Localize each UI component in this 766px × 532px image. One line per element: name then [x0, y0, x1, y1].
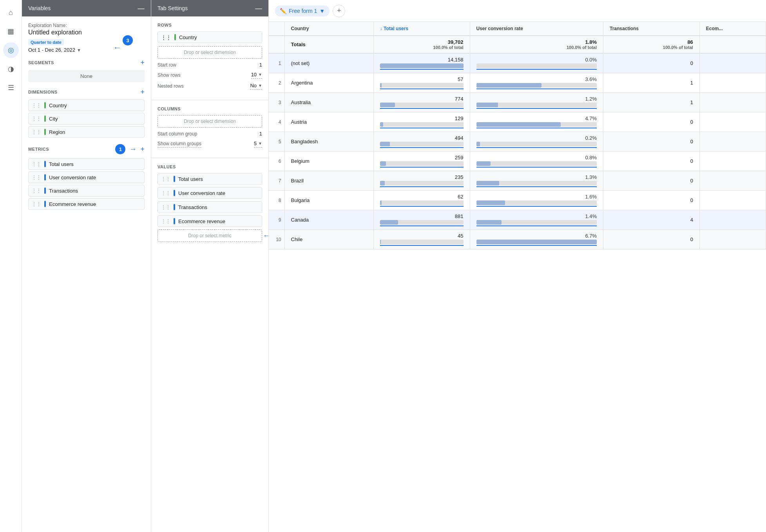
dimension-item[interactable]: ⋮⋮ City [28, 113, 145, 124]
reports-icon[interactable]: ☰ [3, 80, 19, 96]
exploration-name-label: Exploration Name: [28, 23, 145, 28]
columns-drop-zone[interactable]: Drop or select dimension [158, 115, 262, 128]
value-item-total-users[interactable]: ⋮⋮ Total users [158, 173, 262, 185]
drag-handle-icon: ⋮⋮ [32, 116, 41, 121]
table-row[interactable]: 9 Canada 881 1.4% [269, 210, 766, 230]
badge-1: 1 [115, 144, 125, 154]
tab-free-form-1[interactable]: ✏️ Free form 1 ▼ [275, 5, 330, 16]
start-row-value[interactable]: 1 [259, 62, 262, 68]
metric-item[interactable]: ⋮⋮ Ecommerce revenue [28, 198, 145, 210]
conversion-cell: 1.2% [470, 93, 603, 112]
date-value[interactable]: Oct 1 - Dec 26, 2022 ▼ [28, 47, 145, 53]
table-row[interactable]: 3 Australia 774 1.2% [269, 93, 766, 112]
show-rows-field: Show rows 10 ▼ [158, 72, 262, 79]
users-cell: 881 [373, 210, 470, 230]
table-header-transactions[interactable]: Transactions [603, 22, 700, 36]
rows-section: ROWS ⋮⋮ Country Drop or select dimension… [151, 16, 268, 100]
ecommerce-cell [699, 53, 766, 73]
row-number: 2 [269, 73, 284, 93]
conversion-cell: 4.7% [470, 112, 603, 132]
show-column-groups-select[interactable]: 5 ▼ [254, 141, 262, 148]
metric-color-bar [44, 188, 46, 194]
table-row[interactable]: 2 Argentina 57 3.6% [269, 73, 766, 93]
metric-color-bar [44, 161, 46, 167]
users-cell: 45 [373, 230, 470, 249]
transactions-cell: 0 [603, 53, 700, 73]
table-header-ecommerce[interactable]: Ecom... [699, 22, 766, 36]
dimension-item[interactable]: ⋮⋮ Country [28, 99, 145, 111]
show-rows-dropdown-icon: ▼ [258, 72, 262, 77]
table-row[interactable]: 1 (not set) 14,158 0.0% [269, 53, 766, 73]
variables-panel-header: Variables — [22, 0, 151, 16]
add-metric-button[interactable]: + [140, 146, 145, 153]
conversion-cell: 3.6% [470, 73, 603, 93]
value-item-conversion[interactable]: ⋮⋮ User conversion rate [158, 187, 262, 199]
row-number: 4 [269, 112, 284, 132]
table-header-country[interactable]: Country [284, 22, 373, 36]
analytics-icon[interactable]: ▦ [3, 23, 19, 39]
data-table: Country ↓ Total users User conversion ra… [269, 22, 766, 249]
explore-icon[interactable]: ◎ [3, 42, 19, 58]
row-number: 9 [269, 210, 284, 230]
ecommerce-cell [699, 132, 766, 151]
metric-label: User conversion rate [49, 175, 96, 180]
nested-rows-select[interactable]: No ▼ [250, 83, 262, 90]
table-row[interactable]: 7 Brazil 235 1.3% [269, 171, 766, 191]
metric-item[interactable]: ⋮⋮ Transactions [28, 185, 145, 197]
value-label: Ecommerce revenue [178, 218, 225, 224]
totals-row: Totals 39,702 100.0% of total 1.8% 100.0… [269, 36, 766, 53]
table-header-conversion-rate[interactable]: User conversion rate [470, 22, 603, 36]
conversion-cell: 0.2% [470, 132, 603, 151]
values-drop-zone[interactable]: Drop or select metric [158, 229, 262, 242]
value-item-transactions[interactable]: ⋮⋮ Transactions [158, 201, 262, 213]
rows-country-item[interactable]: ⋮⋮ Country [158, 31, 262, 43]
badge-3: 3 [123, 35, 133, 45]
drag-handle-icon: ⋮⋮ [32, 129, 41, 135]
transactions-cell: 0 [603, 230, 700, 249]
values-section: VALUES ⋮⋮ Total users ⋮⋮ User conversion… [151, 158, 268, 248]
nested-rows-field: Nested rows No ▼ [158, 83, 262, 90]
conversion-cell: 1.6% [470, 191, 603, 210]
totals-users-sub: 100.0% of total [380, 45, 464, 50]
value-color-bar [174, 218, 175, 224]
table-header-total-users[interactable]: ↓ Total users [373, 22, 470, 36]
table-row[interactable]: 6 Belgium 259 0.8% [269, 151, 766, 171]
tab-dropdown-icon[interactable]: ▼ [319, 8, 325, 14]
start-column-field: Start column group 1 [158, 131, 262, 137]
table-row[interactable]: 10 Chile 45 6.7% [269, 230, 766, 249]
ecommerce-cell [699, 191, 766, 210]
totals-conversion: 1.8% 100.0% of total [470, 36, 603, 53]
totals-label: Totals [284, 36, 373, 53]
country-cell: Belgium [284, 151, 373, 171]
show-rows-select[interactable]: 10 ▼ [251, 72, 262, 79]
value-item-ecommerce[interactable]: ⋮⋮ Ecommerce revenue [158, 215, 262, 227]
value-label: User conversion rate [178, 190, 225, 196]
metric-item[interactable]: ⋮⋮ User conversion rate [28, 171, 145, 183]
home-icon[interactable]: ⌂ [3, 5, 19, 20]
metric-item[interactable]: ⋮⋮ Total users [28, 158, 145, 170]
dimension-item[interactable]: ⋮⋮ Region [28, 126, 145, 138]
advertising-icon[interactable]: ◑ [3, 61, 19, 77]
country-cell: Argentina [284, 73, 373, 93]
tab-label: Free form 1 [289, 8, 317, 14]
dimension-color-bar [44, 102, 46, 108]
add-tab-button[interactable]: + [333, 5, 345, 17]
variables-panel-title: Variables [28, 5, 51, 11]
conversion-cell: 1.4% [470, 210, 603, 230]
columns-section-title: COLUMNS [158, 106, 262, 111]
variables-minimize-button[interactable]: — [138, 5, 145, 12]
date-label[interactable]: Quarter to date [28, 39, 64, 45]
add-segment-button[interactable]: + [140, 59, 145, 66]
tab-settings-minimize-button[interactable]: — [255, 5, 262, 12]
start-column-value[interactable]: 1 [259, 131, 262, 137]
values-section-title: VALUES [158, 164, 262, 169]
table-row[interactable]: 4 Austria 129 4.7% [269, 112, 766, 132]
add-dimension-button[interactable]: + [140, 88, 145, 96]
table-row[interactable]: 8 Bulgaria 62 1.6% [269, 191, 766, 210]
row-number: 3 [269, 93, 284, 112]
nested-rows-label: Nested rows [158, 83, 184, 89]
table-row[interactable]: 5 Bangladesh 494 0.2% [269, 132, 766, 151]
rows-drop-zone[interactable]: Drop or select dimension [158, 46, 262, 59]
rows-section-title: ROWS [158, 23, 262, 27]
drag-handle-icon: ⋮⋮ [32, 103, 41, 108]
